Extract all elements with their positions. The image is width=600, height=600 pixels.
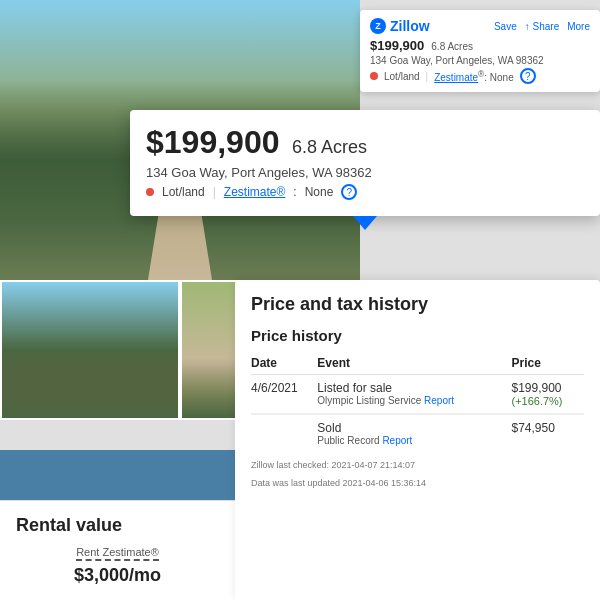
zillow-logo-row: Z Zillow Save ↑ Share More [370, 18, 590, 34]
red-dot-main-icon [146, 188, 154, 196]
table-header-row: Date Event Price [251, 352, 584, 375]
price-history-panel: Price and tax history Price history Date… [235, 280, 600, 600]
zestimate-label[interactable]: Zestimate® [224, 185, 286, 199]
down-arrow-icon [353, 216, 377, 230]
zillow-small-price-row: $199,900 6.8 Acres [370, 38, 590, 53]
listing-tags: Lot/land | Zestimate® : None ? [146, 184, 584, 200]
blue-top-bar [0, 450, 235, 480]
rental-zestimate-row: Rent Zestimate® $3,000/mo [16, 546, 219, 586]
price-history-table: Date Event Price 4/6/2021 Listed for sal… [251, 352, 584, 452]
row2-event: Sold Public Record Report [317, 415, 511, 452]
row2-price: $74,950 [511, 415, 584, 452]
zillow-icon: Z [370, 18, 386, 34]
zillow-zestimate: Zestimate®: None [434, 69, 514, 83]
zillow-small-price: $199,900 [370, 38, 424, 53]
tag-divider-main: | [213, 185, 216, 199]
row1-report-link[interactable]: Report [424, 395, 454, 406]
price-history-section-title: Price history [251, 327, 584, 344]
zillow-small-tags: Lot/land | Zestimate®: None ? [370, 68, 590, 84]
zillow-small-acres: 6.8 Acres [431, 41, 473, 52]
more-action[interactable]: More [567, 21, 590, 32]
zillow-type: Lot/land [384, 71, 420, 82]
row1-price: $199,900 (+166.7%) [511, 375, 584, 414]
col-header-price: Price [511, 352, 584, 375]
row2-source: Public Record Report [317, 435, 511, 446]
rent-zestimate-label-text: Rent Zestimate® [76, 546, 159, 558]
row1-event: Listed for sale Olympic Listing Service … [317, 375, 511, 414]
zestimate-help-icon[interactable]: ? [520, 68, 536, 84]
row1-event-text: Listed for sale [317, 381, 511, 395]
row1-date: 4/6/2021 [251, 375, 317, 414]
price-row: $199,900 6.8 Acres [146, 124, 584, 161]
listing-acres: 6.8 Acres [292, 137, 367, 157]
zestimate-question-icon[interactable]: ? [341, 184, 357, 200]
col-header-event: Event [317, 352, 511, 375]
table-row: Sold Public Record Report $74,950 [251, 415, 584, 452]
row2-date [251, 415, 317, 452]
listing-type: Lot/land [162, 185, 205, 199]
row2-source-text: Public Record [317, 435, 379, 446]
red-dot-icon [370, 72, 378, 80]
zillow-header-card: Z Zillow Save ↑ Share More $199,900 6.8 … [360, 10, 600, 92]
zillow-actions: Save ↑ Share More [494, 21, 590, 32]
row1-price-value: $199,900 [511, 381, 561, 395]
rent-zestimate-label[interactable]: Rent Zestimate® [76, 546, 159, 561]
row2-event-text: Sold [317, 421, 511, 435]
row1-source: Olympic Listing Service Report [317, 395, 511, 406]
footer-note-2: Data was last updated 2021-04-06 15:36:1… [251, 478, 584, 488]
zestimate-value: None [305, 185, 334, 199]
row1-price-change: (+166.7%) [511, 395, 584, 407]
share-action[interactable]: ↑ Share [525, 21, 559, 32]
rental-card: Rental value Rent Zestimate® $3,000/mo [0, 500, 235, 600]
table-row: 4/6/2021 Listed for sale Olympic Listing… [251, 375, 584, 414]
row1-source-text: Olympic Listing Service [317, 395, 421, 406]
zillow-logo: Z Zillow [370, 18, 430, 34]
row2-report-link[interactable]: Report [382, 435, 412, 446]
listing-price: $199,900 [146, 124, 279, 161]
panel-title: Price and tax history [251, 294, 584, 315]
small-photo-1[interactable] [0, 280, 180, 420]
listing-address: 134 Goa Way, Port Angeles, WA 98362 [146, 165, 584, 180]
price-main-card: $199,900 6.8 Acres 134 Goa Way, Port Ang… [130, 110, 600, 216]
rent-amount: $3,000/mo [74, 565, 161, 586]
row2-price-value: $74,950 [511, 421, 554, 435]
tag-divider: | [426, 71, 429, 82]
save-action[interactable]: Save [494, 21, 517, 32]
zillow-small-address: 134 Goa Way, Port Angeles, WA 98362 [370, 55, 590, 66]
rental-title: Rental value [16, 515, 219, 536]
zillow-logo-text: Zillow [390, 18, 430, 34]
footer-note-1: Zillow last checked: 2021-04-07 21:14:07 [251, 460, 584, 470]
col-header-date: Date [251, 352, 317, 375]
